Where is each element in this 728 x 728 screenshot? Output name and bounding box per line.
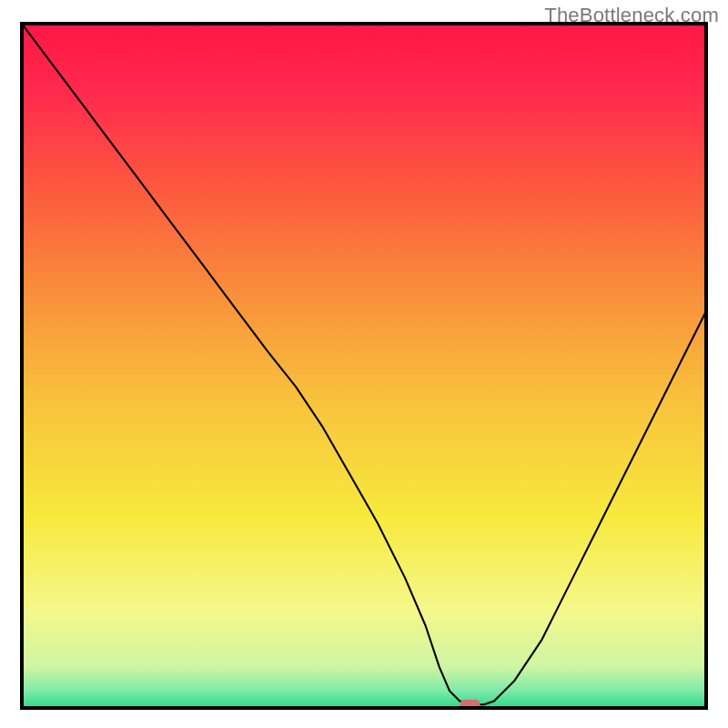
watermark-text: TheBottleneck.com xyxy=(544,4,719,27)
bottleneck-chart xyxy=(0,0,728,728)
gradient-background xyxy=(22,24,706,708)
plot-area xyxy=(22,24,706,710)
chart-container: { "watermark": "TheBottleneck.com", "cha… xyxy=(0,0,728,728)
